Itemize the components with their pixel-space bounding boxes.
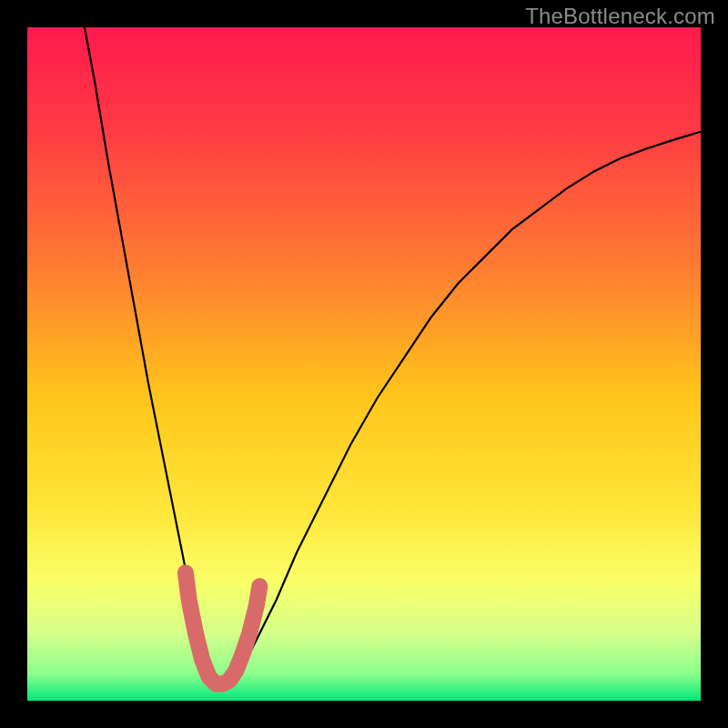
- chart-frame: TheBottleneck.com: [0, 0, 728, 728]
- gradient-background: [27, 27, 701, 701]
- chart-svg: [27, 27, 701, 701]
- watermark-text: TheBottleneck.com: [525, 4, 715, 29]
- plot-area: [27, 27, 701, 701]
